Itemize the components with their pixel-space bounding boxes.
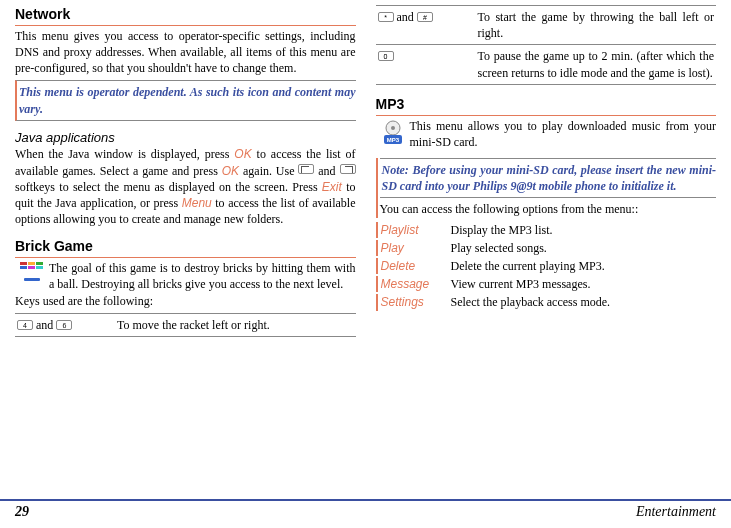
section-title-mp3: MP3 <box>376 95 717 116</box>
option-label: Delete <box>376 258 451 274</box>
key-desc: To move the racket left or right. <box>115 313 356 336</box>
svg-point-8 <box>391 126 395 130</box>
section-title-java: Java applications <box>15 129 356 147</box>
section-title-network: Network <box>15 5 356 26</box>
option-label: Playlist <box>376 222 451 238</box>
key-and: and <box>33 318 56 332</box>
network-body: This menu gives you access to operator-s… <box>15 28 356 77</box>
brick-keys-table: 4 and 6 To move the racket left or right… <box>15 313 356 337</box>
option-desc: View current MP3 messages. <box>451 276 717 292</box>
table-row: * and # To start the game by throwing th… <box>376 6 717 45</box>
keyword-ok: OK <box>222 164 239 178</box>
key-desc: To start the game by throwing the ball l… <box>476 6 717 45</box>
footer-section: Entertainment <box>636 503 716 522</box>
mp3-body: This menu allows you to play downloaded … <box>410 118 717 150</box>
left-column: Network This menu gives you access to op… <box>15 5 356 337</box>
keyword-exit: Exit <box>322 180 342 194</box>
key-0-icon: 0 <box>378 51 394 61</box>
table-row: 0 To pause the game up to 2 min. (after … <box>376 45 717 84</box>
java-and: and <box>314 164 339 178</box>
brick-body: The goal of this game is to destroy bric… <box>49 260 356 292</box>
option-desc: Display the MP3 list. <box>451 222 717 238</box>
svg-rect-3 <box>20 266 27 269</box>
java-text-0: When the Java window is displayed, press <box>15 147 234 161</box>
java-text-2: again. Use <box>239 164 298 178</box>
svg-rect-4 <box>28 266 35 269</box>
java-text-3: softkeys to select the menu as displayed… <box>15 180 322 194</box>
brick-keys-table-cont: * and # To start the game by throwing th… <box>376 5 717 85</box>
page-footer: 29 Entertainment <box>0 499 731 522</box>
brick-game-icon <box>15 260 49 292</box>
option-desc: Delete the current playing MP3. <box>451 258 717 274</box>
key-and: and <box>394 10 417 24</box>
key-hash-icon: # <box>417 12 433 22</box>
svg-rect-0 <box>20 262 27 265</box>
svg-rect-2 <box>36 262 43 265</box>
section-title-brick-game: Brick Game <box>15 237 356 258</box>
option-label: Message <box>376 276 451 292</box>
key-6-icon: 6 <box>56 320 72 330</box>
svg-rect-6 <box>24 278 40 281</box>
table-row: 4 and 6 To move the racket left or right… <box>15 313 356 336</box>
key-star-icon: * <box>378 12 394 22</box>
option-row-settings: Settings Select the playback access mode… <box>376 294 717 310</box>
option-row-delete: Delete Delete the current playing MP3. <box>376 258 717 274</box>
svg-rect-5 <box>36 266 43 269</box>
svg-rect-1 <box>28 262 35 265</box>
left-softkey-icon <box>298 164 314 174</box>
network-note: This menu is operator dependent. As such… <box>15 80 356 120</box>
mp3-note: Note: Before using your mini-SD card, pl… <box>380 158 717 198</box>
keyword-ok: OK <box>234 147 251 161</box>
option-desc: Play selected songs. <box>451 240 717 256</box>
key-4-icon: 4 <box>17 320 33 330</box>
option-row-play: Play Play selected songs. <box>376 240 717 256</box>
page-number: 29 <box>15 503 29 522</box>
right-column: * and # To start the game by throwing th… <box>376 5 717 337</box>
option-label: Play <box>376 240 451 256</box>
java-body: When the Java window is displayed, press… <box>15 146 356 227</box>
key-desc: To pause the game up to 2 min. (after wh… <box>476 45 717 84</box>
mp3-intro: You can access the following options fro… <box>380 201 717 217</box>
option-label: Settings <box>376 294 451 310</box>
option-desc: Select the playback access mode. <box>451 294 717 310</box>
option-row-message: Message View current MP3 messages. <box>376 276 717 292</box>
keyword-menu: Menu <box>182 196 212 210</box>
right-softkey-icon <box>340 164 356 174</box>
svg-text:MP3: MP3 <box>386 137 399 143</box>
mp3-icon: MP3 <box>376 118 410 150</box>
brick-keys-intro: Keys used are the following: <box>15 293 356 309</box>
option-row-playlist: Playlist Display the MP3 list. <box>376 222 717 238</box>
